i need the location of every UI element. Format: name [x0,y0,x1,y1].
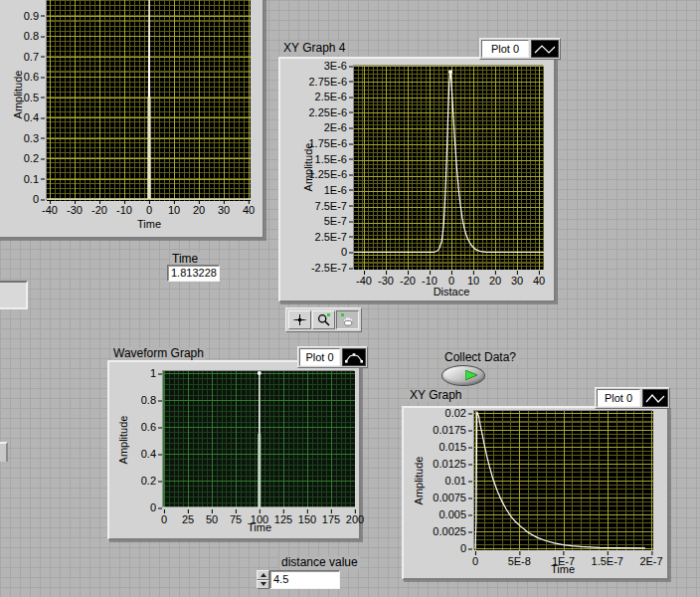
zoom-tool-button[interactable] [312,310,335,329]
tick-label: 0.01 [445,476,466,487]
partial-control-left[interactable] [0,281,28,309]
tick-label: 75 [230,514,242,525]
tick-label: 0.6 [24,72,39,83]
xy-graph-4-legend[interactable]: Plot 0 [479,38,561,60]
tick-label: 0.1 [24,173,39,184]
tick-label: 0 [472,556,478,567]
tick-label: 0.015 [438,442,466,453]
up-arrow-icon [261,573,266,577]
distance-value-field[interactable]: 4.5 [269,570,340,589]
tick-label: 0.5 [24,92,39,102]
time-graph-x-axis: -40-30-20-10010203040 [50,199,249,213]
waveform-graph-plot-area[interactable] [163,371,355,508]
distance-value-label: distance value [279,556,360,569]
graph-palette [285,307,362,332]
waveform-graph-x-axis: 0255075100125150175200 [164,508,355,522]
time-graph-plot-area[interactable] [47,0,251,201]
tick-label: 2.5E-6 [315,92,347,102]
tick-label: -2.5E-7 [311,263,347,274]
magnifier-icon [316,312,331,327]
tick-label: 0.005 [438,509,466,520]
tick-label: 0.3 [24,132,39,143]
cursor-tool-button[interactable] [288,310,311,329]
tick-label: 0 [161,514,167,525]
tick-label: -10 [116,205,132,216]
crosshair-icon [292,312,307,327]
tick-label: 0 [146,205,152,216]
time-graph-curve [47,0,251,201]
waveform-graph-y-label: Amplitude [117,416,129,465]
tick-label: 0.9 [24,10,39,21]
tick-label: 25 [182,514,194,525]
tick-label: -30 [378,276,394,287]
xy-graph-x-label: Time [551,563,575,575]
tick-label: -20 [91,205,107,216]
tick-label: 125 [274,514,292,525]
tick-label: 30 [511,276,523,287]
xy-graph-legend-label: Plot 0 [597,389,640,407]
zigzag-plot-icon [642,389,668,407]
labview-front-panel: 10.90.80.70.60.50.40.30.20.10 -40-30-20-… [0,0,700,597]
tick-label: 0 [341,247,347,258]
tick-label: 2E-7 [639,556,662,567]
time-graph-x-label: Time [137,218,161,230]
hand-icon [340,312,355,327]
tick-label: -20 [400,276,416,287]
tick-label: 0.02 [445,408,466,419]
pan-tool-button[interactable] [336,310,359,329]
partial-control-bottom-left[interactable] [0,442,8,462]
tick-label: -30 [67,205,83,216]
tick-label: 0.4 [24,112,39,123]
marker-plot-icon [342,348,366,366]
tick-label: 0.6 [141,422,156,433]
tick-label: -40 [356,276,372,287]
tick-label: 0 [33,194,39,205]
tick-label: 0.7 [24,51,39,62]
xy-graph-4-plot-area[interactable] [354,66,544,270]
tick-label: 0 [460,543,466,554]
tick-label: 5E-8 [508,556,531,567]
tick-label: 0.0175 [433,425,466,436]
xy-graph-legend[interactable]: Plot 0 [595,387,670,409]
tick-label: 200 [346,514,364,525]
waveform-graph-x-label: Time [248,521,271,533]
tick-label: 2.25E-6 [308,106,347,117]
xy-graph-4-x-axis: -40-30-20-10010203040 [364,270,539,284]
tick-label: 1 [33,0,39,1]
tick-label: 40 [243,205,255,216]
tick-label: 5E-7 [324,216,347,227]
tick-label: 1.5E-7 [592,556,623,567]
tick-label: 0.4 [141,449,156,460]
time-graph-y-label: Amplitude [12,71,24,119]
xy-graph-4-x-label: Distace [434,286,470,298]
tick-label: 1E-6 [324,184,347,195]
tick-label: 50 [206,514,218,525]
xy-graph-4-title: XY Graph 4 [281,42,347,55]
tick-label: 30 [218,205,230,216]
xy-graph-4-curve [354,66,544,270]
xy-graph-x-axis: 05E-81E-71.5E-72E-7 [475,550,651,564]
green-arrow-icon [465,370,477,380]
tick-label: 175 [322,514,340,525]
waveform-graph-legend[interactable]: Plot 0 [297,346,368,368]
decrement-button[interactable] [257,580,269,590]
time-indicator-value[interactable]: 1.813228 [167,265,220,282]
tick-label: 40 [533,276,545,287]
tick-label: 0.8 [24,31,39,42]
xy-graph-title: XY Graph [408,389,463,402]
collect-data-label: Collect Data? [442,351,518,364]
tick-label: 0.2 [141,476,156,487]
xy-graph-plot-area[interactable] [474,411,653,550]
tick-label: 20 [489,276,501,287]
tick-label: -40 [42,205,58,216]
tick-label: 1.25E-6 [308,169,347,180]
tick-label: 0 [150,502,156,513]
down-arrow-icon [261,582,266,586]
xy-graph-4-y-label: Amplitude [302,143,314,192]
waveform-graph-curve [163,371,355,508]
tick-label: 7.5E-7 [315,200,347,211]
distance-value-control [257,570,269,589]
increment-button[interactable] [257,570,269,580]
tick-label: 2.75E-6 [308,76,347,87]
collect-data-led-button[interactable] [441,365,485,386]
